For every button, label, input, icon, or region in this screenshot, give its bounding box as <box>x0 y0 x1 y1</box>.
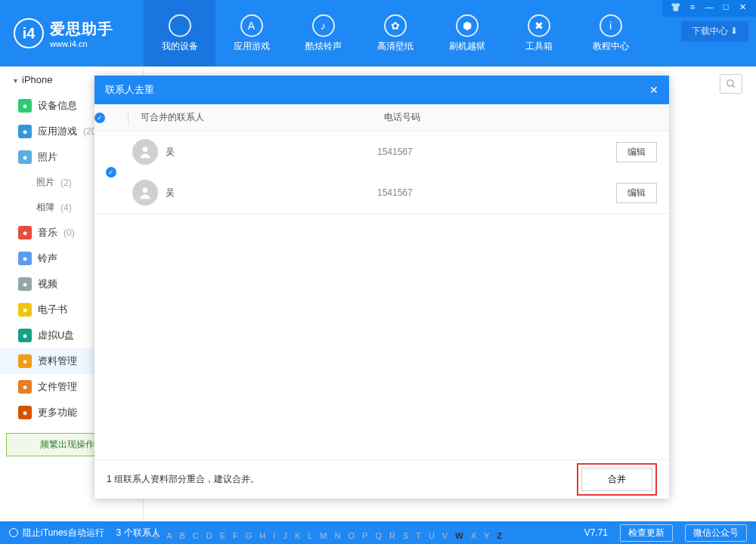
alpha-E[interactable]: E <box>220 531 225 540</box>
dialog-header-row: ✓ 可合并的联系人 电话号码 <box>94 104 669 131</box>
sidebar-label: 照片 <box>38 150 57 164</box>
alpha-A[interactable]: A <box>166 531 172 540</box>
sidebar-icon: ● <box>18 150 32 164</box>
sidebar-label: 虚拟U盘 <box>38 329 74 342</box>
footer-message: 1 组联系人资料部分重合，建议合并。 <box>107 473 259 486</box>
dialog-close-icon[interactable]: ✕ <box>649 84 658 96</box>
nav-icon: A <box>240 14 263 37</box>
app-url: www.i4.cn <box>50 39 113 48</box>
alpha-R[interactable]: R <box>389 531 395 540</box>
search-icon[interactable] <box>720 74 742 94</box>
alpha-I[interactable]: I <box>273 531 275 540</box>
sidebar-icon: ● <box>18 303 32 317</box>
nav: 我的设备A应用游戏♪酷炫铃声✿高清壁纸⬢刷机越狱✖工具箱i教程中心 <box>144 0 646 66</box>
minimize-icon[interactable]: — <box>703 2 715 14</box>
alpha-J[interactable]: J <box>283 531 287 540</box>
svg-point-3 <box>143 187 148 193</box>
nav-应用游戏[interactable]: A应用游戏 <box>215 0 287 66</box>
sidebar-icon: ● <box>18 226 32 240</box>
window-controls: ≡ — □ ✕ <box>662 0 756 17</box>
alpha-Y[interactable]: Y <box>484 531 489 540</box>
alpha-U[interactable]: U <box>429 531 435 540</box>
sidebar-icon: ● <box>18 354 32 368</box>
nav-刷机越狱[interactable]: ⬢刷机越狱 <box>431 0 503 66</box>
maximize-icon[interactable]: □ <box>720 2 732 14</box>
alpha-D[interactable]: D <box>206 531 212 540</box>
nav-我的设备[interactable]: 我的设备 <box>144 0 215 66</box>
nav-教程中心[interactable]: i教程中心 <box>575 0 646 66</box>
app-name: 爱思助手 <box>50 19 113 39</box>
logo-icon: i4 <box>14 18 44 48</box>
sidebar-icon: ● <box>18 380 32 394</box>
svg-line-1 <box>733 85 735 88</box>
alpha-#[interactable]: # <box>154 531 159 540</box>
block-itunes-label: 阻止iTunes自动运行 <box>23 527 104 539</box>
nav-酷炫铃声[interactable]: ♪酷炫铃声 <box>287 0 359 66</box>
alpha-O[interactable]: O <box>348 531 355 540</box>
group-checkbox[interactable]: ✓ <box>94 131 128 213</box>
nav-label: 刷机越狱 <box>449 40 485 53</box>
sidebar-label: 相簿 <box>36 201 54 214</box>
nav-icon: ♪ <box>312 14 335 37</box>
alpha-B[interactable]: B <box>179 531 184 540</box>
nav-label: 我的设备 <box>162 40 198 53</box>
nav-icon: ✖ <box>528 14 550 37</box>
contact-phone: 1541567 <box>377 147 616 157</box>
sidebar-label: 照片 <box>36 176 54 189</box>
dialog-footer: 1 组联系人资料部分重合，建议合并。 合并 <box>94 459 669 499</box>
nav-icon: i <box>600 14 622 37</box>
topbar: i4 爱思助手 www.i4.cn 我的设备A应用游戏♪酷炫铃声✿高清壁纸⬢刷机… <box>0 0 756 66</box>
alpha-W[interactable]: W <box>455 531 463 540</box>
sidebar-count: (0) <box>64 227 75 238</box>
alpha-F[interactable]: F <box>233 531 238 540</box>
sidebar-count: (2) <box>60 178 72 188</box>
alpha-H[interactable]: H <box>259 531 265 540</box>
logo-area: i4 爱思助手 www.i4.cn <box>0 0 144 66</box>
sidebar-icon: ● <box>18 99 32 113</box>
merge-button[interactable]: 合并 <box>581 468 652 491</box>
sidebar-count: (4) <box>60 202 72 213</box>
nav-高清壁纸[interactable]: ✿高清壁纸 <box>359 0 431 66</box>
avatar-icon <box>132 139 158 165</box>
nav-工具箱[interactable]: ✖工具箱 <box>503 0 575 66</box>
dialog-title: 联系人去重 <box>105 83 154 97</box>
alpha-index[interactable]: #ABCDEFGHIJKLMNOPQRSTUVWXYZ <box>144 527 748 544</box>
dedupe-dialog: 联系人去重 ✕ ✓ 可合并的联系人 电话号码 ✓ 吴1541567编辑吴1541… <box>94 76 669 499</box>
sidebar-label: 铃声 <box>38 252 57 265</box>
alpha-N[interactable]: N <box>335 531 341 540</box>
avatar-icon <box>132 180 158 206</box>
sidebar-icon: ● <box>18 406 32 419</box>
alpha-S[interactable]: S <box>403 531 408 540</box>
sidebar-label: 文件管理 <box>38 380 77 394</box>
svg-point-2 <box>143 147 148 152</box>
alpha-L[interactable]: L <box>308 531 312 540</box>
menu-icon[interactable]: ≡ <box>686 2 699 14</box>
alpha-P[interactable]: P <box>362 531 367 540</box>
alpha-Z[interactable]: Z <box>497 531 502 540</box>
radio-icon <box>9 528 18 537</box>
nav-icon: ⬢ <box>456 14 479 37</box>
edit-button[interactable]: 编辑 <box>616 183 657 203</box>
sidebar-icon: ● <box>18 329 32 342</box>
alpha-V[interactable]: V <box>442 531 448 540</box>
edit-button[interactable]: 编辑 <box>616 142 657 162</box>
alpha-C[interactable]: C <box>193 531 199 540</box>
col-contact-header: 可合并的联系人 <box>135 111 384 124</box>
block-itunes-toggle[interactable]: 阻止iTunes自动运行 <box>9 527 104 539</box>
alpha-T[interactable]: T <box>416 531 421 540</box>
nav-icon <box>169 14 191 37</box>
close-icon[interactable]: ✕ <box>736 2 748 14</box>
alpha-Q[interactable]: Q <box>375 531 382 540</box>
sidebar-label: 电子书 <box>38 303 67 317</box>
alpha-G[interactable]: G <box>246 531 253 540</box>
check-all[interactable]: ✓ <box>94 113 128 123</box>
nav-label: 应用游戏 <box>234 40 270 53</box>
alpha-X[interactable]: X <box>471 531 476 540</box>
skin-icon[interactable] <box>670 2 682 14</box>
alpha-M[interactable]: M <box>320 531 327 540</box>
alpha-K[interactable]: K <box>295 531 300 540</box>
sidebar-label: 应用游戏 <box>38 125 77 138</box>
download-center-button[interactable]: 下载中心 ⬇ <box>681 21 748 42</box>
contact-group: ✓ 吴1541567编辑吴1541567编辑 <box>94 131 669 214</box>
contact-row: 吴1541567编辑 <box>128 131 669 172</box>
